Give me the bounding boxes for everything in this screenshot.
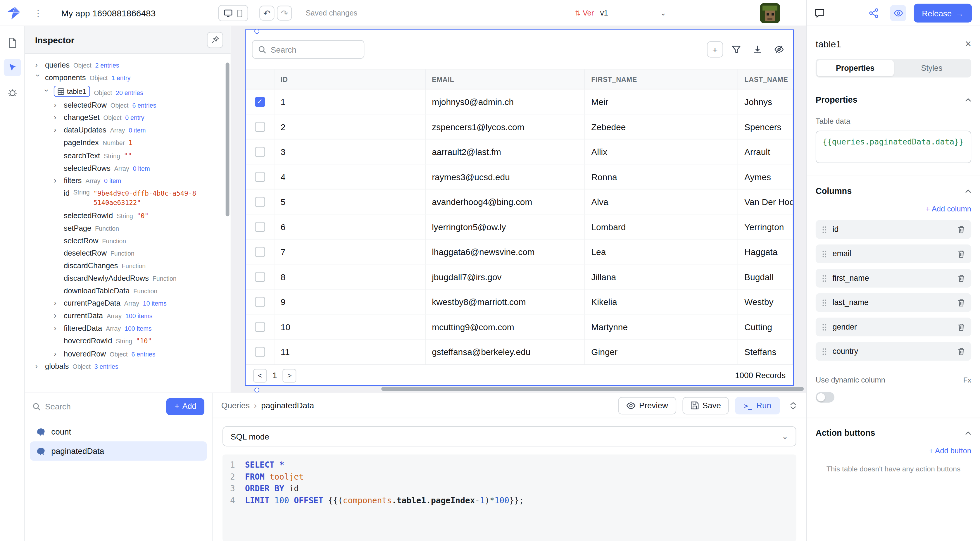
table-row[interactable]: ✓ 1 mjohnys0@admin.ch Meir Johnys [246,89,793,115]
table-row[interactable]: 2 zspencers1@lycos.com Zebedee Spencers [246,115,793,140]
mobile-icon[interactable] [237,9,243,17]
drag-handle-icon[interactable] [822,274,827,282]
inspector-scrollbar[interactable] [226,62,229,216]
debugger-panel-button[interactable] [3,84,21,101]
drag-handle-icon[interactable] [822,323,827,331]
row-checkbox[interactable] [255,296,264,307]
chevron-down-icon[interactable]: › [43,89,51,95]
tree-node-setPage[interactable]: setPage Function [25,222,231,235]
query-item-paginatedData[interactable]: paginatedData [30,441,207,461]
hide-columns-button[interactable] [771,41,787,57]
preview-app-button[interactable] [890,5,906,21]
table-row[interactable]: 9 kwestby8@marriott.com Kikelia Westby [246,290,793,315]
breadcrumb-queries[interactable]: Queries [221,401,250,410]
chevron-right-icon[interactable]: › [35,60,41,69]
tree-node-discardNewlyAddedRows[interactable]: discardNewlyAddedRows Function [25,272,231,285]
row-checkbox-checked[interactable]: ✓ [255,97,264,107]
tree-node-pageIndex[interactable]: pageIndex Number 1 [25,136,231,149]
chevron-right-icon[interactable]: › [54,350,60,358]
version-selector[interactable]: ⇅ Ver v1 ⌄ [575,0,666,26]
columns-section-header[interactable]: Columns [816,186,971,196]
delete-column-button[interactable] [958,347,965,356]
chevron-right-icon[interactable]: › [54,177,60,185]
column-item-first-name[interactable]: first_name [816,269,971,288]
tooljet-logo[interactable] [6,0,22,26]
tree-node-selectRow[interactable]: selectRow Function [25,235,231,247]
chevron-right-icon[interactable]: › [54,126,60,134]
add-row-button[interactable]: + [707,41,723,57]
unpin-inspector-button[interactable] [207,32,223,48]
undo-button[interactable]: ↶ [259,6,274,21]
row-checkbox[interactable] [255,122,264,132]
tree-node-selectedRow[interactable]: › selectedRow Object 6 entries [25,99,231,111]
resize-handle[interactable] [255,29,259,33]
column-header-email[interactable]: EMAIL [426,69,585,89]
preview-query-button[interactable]: Preview [618,396,676,414]
tree-node-dataUpdates[interactable]: › dataUpdates Array 0 item [25,124,231,136]
drag-handle-icon[interactable] [822,299,827,307]
tree-node-filteredData[interactable]: › filteredData Array 100 items [25,322,231,335]
table-row[interactable]: 5 avanderhoog4@bing.com Alva Van Der Hoo… [246,189,793,215]
sql-editor[interactable]: 1 SELECT * 2 FROM tooljet 3 ORDER BY id … [223,454,796,541]
tree-node-selectedRows[interactable]: selectedRows Array 0 item [25,162,231,175]
app-menu-kebab-icon[interactable]: ⋮ [33,0,42,26]
redo-button[interactable]: ↷ [277,6,292,21]
column-item-id[interactable]: id [816,220,971,239]
row-checkbox[interactable] [255,197,264,207]
column-header-last-name[interactable]: LAST_NAME [738,69,793,89]
delete-column-button[interactable] [958,226,965,234]
table-row[interactable]: 11 gsteffansa@berkeley.edu Ginger Steffa… [246,339,793,365]
sql-mode-select[interactable]: SQL mode ⌄ [223,426,796,446]
avatar[interactable] [760,3,780,23]
drag-handle-icon[interactable] [822,347,827,356]
save-query-button[interactable]: Save [682,396,729,414]
table-row[interactable]: 4 raymes3@ucsd.edu Ronna Aymes [246,164,793,189]
column-item-email[interactable]: email [816,245,971,263]
inspector-panel-button[interactable] [3,59,21,76]
drag-handle-icon[interactable] [822,226,827,234]
tree-node-hoveredRow[interactable]: › hoveredRow Object 6 entries [25,348,231,360]
tree-node-searchText[interactable]: searchText String "" [25,149,231,162]
chevron-right-icon[interactable]: › [54,299,60,307]
filter-button[interactable] [728,41,745,57]
table-search-input[interactable] [271,45,352,54]
column-header-first-name[interactable]: FIRST_NAME [585,69,738,89]
previous-page-button[interactable]: < [253,368,267,382]
table-data-input[interactable]: {{queries.paginatedData.data}} [816,131,971,163]
table-row[interactable]: 7 lhaggata6@newsvine.com Lea Haggata [246,240,793,265]
chevron-right-icon[interactable]: › [54,113,60,121]
comments-button[interactable] [815,0,825,26]
query-search-input[interactable] [45,402,120,411]
next-page-button[interactable]: > [283,368,296,382]
tree-node-components[interactable]: › components Object 1 entry [25,72,231,84]
row-checkbox[interactable] [255,347,264,357]
chevron-right-icon[interactable]: › [54,100,60,109]
table-row[interactable]: 6 lyerrington5@ow.ly Lombard Yerrington [246,214,793,240]
tree-node-queries[interactable]: › queries Object 2 entries [25,59,231,72]
delete-column-button[interactable] [958,250,965,258]
row-checkbox[interactable] [255,272,264,282]
tree-node-table1[interactable]: › table1 Object 20 entries [25,84,231,99]
tree-node-discardChanges[interactable]: discardChanges Function [25,260,231,272]
column-item-gender[interactable]: gender [816,318,971,336]
properties-section-header[interactable]: Properties [816,95,971,104]
tree-node-deselectRow[interactable]: deselectRow Function [25,247,231,260]
chevron-down-icon[interactable]: › [34,74,42,80]
tree-node-hoveredRowId[interactable]: hoveredRowId String "10" [25,335,231,348]
tree-node-changeSet[interactable]: › changeSet Object 0 entry [25,111,231,124]
share-button[interactable] [869,0,879,26]
tree-node-selectedRowId[interactable]: selectedRowId String "0" [25,209,231,222]
table-row[interactable]: 8 jbugdall7@irs.gov Jillana Bugdall [246,264,793,290]
tree-node-currentPageData[interactable]: › currentPageData Array 10 items [25,297,231,310]
chevron-down-icon[interactable]: ⌄ [660,9,666,18]
selected-component-chip[interactable]: table1 [54,86,90,97]
tree-node-id[interactable]: id String "9be4d9c0-dffb-4b8c-a549-85140… [25,187,231,209]
add-action-button[interactable]: + Add button [816,446,971,455]
tree-node-downloadTableData[interactable]: downloadTableData Function [25,285,231,298]
chevron-right-icon[interactable]: › [54,312,60,320]
column-header-id[interactable]: ID [274,69,425,89]
table-search-box[interactable] [252,40,364,59]
resize-handle[interactable] [255,387,259,393]
chevron-up-icon[interactable] [965,431,971,435]
add-column-button[interactable]: + Add column [816,204,971,213]
